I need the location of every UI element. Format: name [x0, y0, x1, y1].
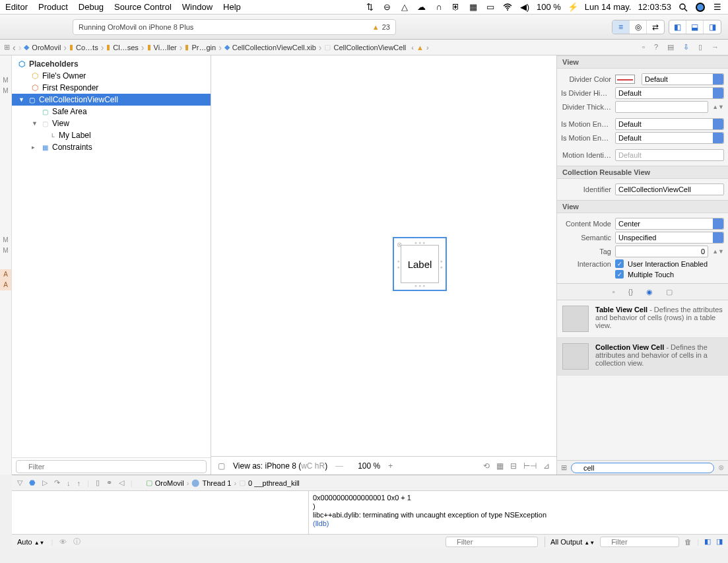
- connections-inspector-icon[interactable]: →: [711, 43, 719, 51]
- disclosure-icon[interactable]: ▼: [18, 96, 25, 103]
- stepper-icon[interactable]: ▲▼: [712, 104, 724, 110]
- status-icon[interactable]: ⊖: [382, 2, 393, 13]
- tag-field[interactable]: 0: [615, 246, 708, 257]
- step-over-icon[interactable]: ↷: [54, 479, 60, 487]
- files-owner-item[interactable]: ⬡ File's Owner: [12, 70, 211, 82]
- label-object[interactable]: Label: [401, 245, 439, 283]
- outline-toggle-icon[interactable]: ▢: [218, 461, 225, 471]
- motion-identifier-field[interactable]: Default: [615, 149, 724, 161]
- user-interaction-checkbox[interactable]: ✓: [615, 259, 624, 268]
- view-as-button[interactable]: View as: iPhone 8 (wC hR): [233, 461, 327, 471]
- menu-source-control[interactable]: Source Control: [114, 2, 172, 12]
- breadcrumb-folder[interactable]: ▮Co…ts: [69, 43, 98, 51]
- file-inspector-icon[interactable]: ▫: [642, 43, 645, 51]
- eye-icon[interactable]: 👁: [59, 538, 67, 546]
- breakpoint-icon[interactable]: ⬣: [29, 479, 36, 487]
- menu-debug[interactable]: Debug: [79, 2, 104, 12]
- forward-button[interactable]: ›: [18, 42, 22, 53]
- divider-color-dropdown[interactable]: Default: [642, 73, 724, 85]
- status-battery-icon[interactable]: ▭: [485, 2, 496, 13]
- status-volume-icon[interactable]: ◀): [519, 2, 530, 13]
- status-cloud-icon[interactable]: ☁: [416, 2, 427, 13]
- divider-hidden-dropdown[interactable]: Default: [615, 87, 724, 99]
- output-dropdown[interactable]: All Output ▲▼: [550, 538, 595, 546]
- status-shield-icon[interactable]: ⛨: [451, 2, 461, 13]
- clear-icon[interactable]: ⊗: [718, 463, 724, 472]
- status-icon[interactable]: ∩: [434, 2, 444, 13]
- target-icon[interactable]: ▢: [146, 479, 152, 487]
- library-filter-input[interactable]: [571, 463, 714, 473]
- trash-icon[interactable]: 🗑: [684, 538, 692, 546]
- standard-editor-button[interactable]: ≡: [612, 20, 630, 34]
- menu-product[interactable]: Product: [38, 2, 68, 12]
- debug-frame[interactable]: 0 __pthread_kill: [248, 479, 300, 487]
- motion-enabled-dropdown[interactable]: Default: [615, 118, 724, 130]
- resolve-icon[interactable]: ⊿: [543, 461, 550, 471]
- continue-icon[interactable]: ▷: [42, 479, 48, 487]
- grid-view-icon[interactable]: ⊞: [561, 463, 567, 472]
- semantic-dropdown[interactable]: Unspecified: [615, 232, 724, 244]
- version-editor-button[interactable]: ⇄: [647, 20, 664, 34]
- status-icon[interactable]: ⇅: [365, 2, 376, 13]
- status-wifi-icon[interactable]: [502, 2, 513, 13]
- menu-editor[interactable]: Editor: [5, 2, 28, 12]
- right-panel-button[interactable]: ◨: [704, 20, 721, 34]
- bottom-panel-button[interactable]: ⬓: [686, 20, 704, 34]
- step-out-icon[interactable]: ↑: [77, 479, 81, 487]
- placeholders-group[interactable]: ⬡ Placeholders: [12, 58, 211, 70]
- menu-help[interactable]: Help: [223, 2, 241, 12]
- breadcrumb-folder[interactable]: ▮Vi…ller: [147, 43, 177, 51]
- constraints-item[interactable]: ▸ ▦ Constraints: [12, 141, 211, 153]
- step-in-icon[interactable]: ↓: [67, 479, 71, 487]
- help-inspector-icon[interactable]: ?: [654, 43, 658, 51]
- info-icon[interactable]: ⓘ: [73, 537, 81, 546]
- menubar-time[interactable]: 12:03:53: [638, 2, 671, 12]
- back-button[interactable]: ‹: [13, 42, 16, 53]
- divider-thickness-field[interactable]: [615, 101, 708, 113]
- spotlight-icon[interactable]: [678, 2, 688, 13]
- menubar-date[interactable]: Lun 14 may.: [585, 2, 632, 12]
- cell-item[interactable]: ▼ ▢ CellCollectionViewCell: [12, 94, 211, 106]
- activity-viewer[interactable]: Running OroMovil on iPhone 8 Plus ▲ 23: [73, 19, 396, 35]
- embed-icon[interactable]: ▦: [496, 461, 504, 471]
- file-template-tab[interactable]: ▫: [612, 288, 615, 296]
- view-hierarchy-icon[interactable]: ▯: [96, 479, 100, 487]
- identifier-field[interactable]: CellCollectionViewCell: [615, 183, 724, 195]
- outline-filter-input[interactable]: [16, 460, 207, 473]
- code-snippet-tab[interactable]: {}: [628, 288, 633, 296]
- close-icon[interactable]: ⊗: [397, 241, 402, 248]
- disclosure-icon[interactable]: ▸: [32, 144, 38, 150]
- motion-enabled-dropdown[interactable]: Default: [615, 132, 724, 144]
- breadcrumb-folder[interactable]: ▮Pr…gin: [185, 43, 216, 51]
- console-view[interactable]: 0x0000000000000001 0x0 + 1 ) libc++abi.d…: [309, 491, 728, 534]
- view-item[interactable]: ▼ ▢ View: [12, 117, 211, 129]
- attributes-inspector-icon[interactable]: ⇩: [683, 43, 689, 51]
- disclosure-icon[interactable]: ▼: [32, 120, 38, 127]
- stepper-icon[interactable]: ▲▼: [712, 248, 724, 255]
- notifications-icon[interactable]: ☰: [712, 2, 723, 13]
- related-items-icon[interactable]: ⊞: [4, 43, 10, 51]
- status-icon[interactable]: △: [399, 2, 410, 13]
- media-library-tab[interactable]: ▢: [666, 288, 673, 296]
- left-pane-icon[interactable]: ◧: [704, 537, 711, 546]
- library-item-table-cell[interactable]: Table View Cell - Defines the attributes…: [557, 300, 728, 338]
- object-library-tab[interactable]: ◉: [646, 288, 653, 296]
- color-swatch[interactable]: [615, 75, 635, 84]
- menu-window[interactable]: Window: [182, 2, 213, 12]
- pin-icon[interactable]: ⊢⊣: [523, 461, 537, 471]
- variables-view[interactable]: [12, 491, 309, 534]
- hide-debug-icon[interactable]: ▽: [17, 479, 22, 487]
- status-icon[interactable]: ▦: [468, 2, 479, 13]
- update-frames-icon[interactable]: ⟲: [483, 461, 490, 471]
- breadcrumb-project[interactable]: ◆OroMovil: [24, 43, 61, 51]
- multiple-touch-checkbox[interactable]: ✓: [615, 270, 624, 279]
- debug-target[interactable]: OroMovil: [155, 479, 184, 487]
- content-mode-dropdown[interactable]: Center: [615, 218, 724, 230]
- identity-inspector-icon[interactable]: ▤: [667, 43, 674, 51]
- auto-dropdown[interactable]: Auto ▲▼: [17, 538, 45, 546]
- variables-filter-input[interactable]: [446, 537, 538, 547]
- first-responder-item[interactable]: ⬡ First Responder: [12, 82, 211, 94]
- zoom-in-icon[interactable]: +: [388, 461, 393, 471]
- left-panel-button[interactable]: ◧: [669, 20, 686, 34]
- safe-area-item[interactable]: ▢ Safe Area: [12, 106, 211, 117]
